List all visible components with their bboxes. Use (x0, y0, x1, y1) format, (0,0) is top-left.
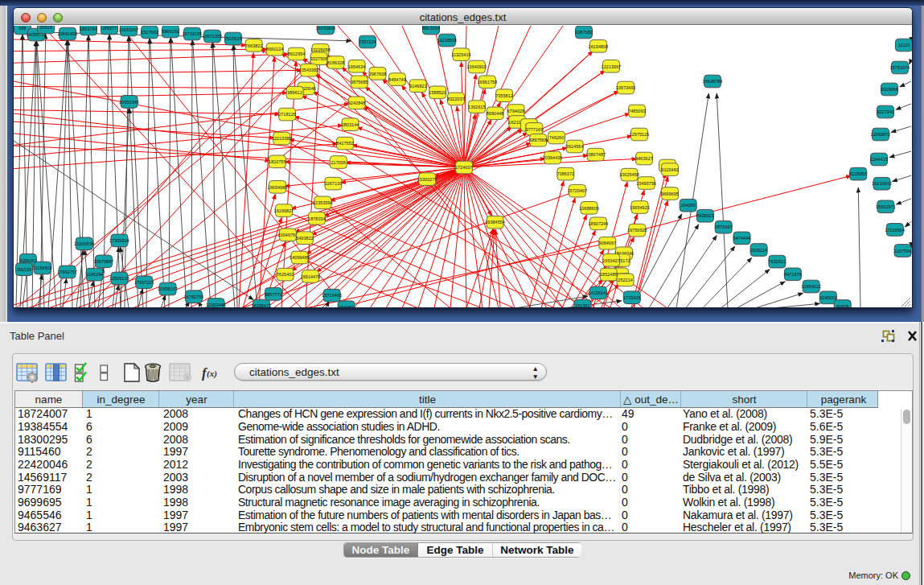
svg-text:9242848: 9242848 (348, 101, 366, 105)
svg-text:6897568: 6897568 (529, 138, 547, 142)
svg-text:19654985: 19654985 (268, 185, 288, 190)
svg-text:19654923: 19654923 (630, 205, 650, 210)
svg-text:19166827: 19166827 (274, 208, 294, 213)
svg-text:1954634: 1954634 (348, 64, 366, 69)
svg-text:7663822: 7663822 (245, 43, 263, 48)
svg-text:12213389: 12213389 (272, 136, 292, 141)
svg-text:6879197: 6879197 (715, 225, 733, 229)
svg-text:16961758: 16961758 (478, 80, 498, 84)
svg-text:12353594: 12353594 (313, 200, 333, 205)
svg-text:8186328: 8186328 (327, 60, 345, 65)
svg-text:8471676: 8471676 (784, 272, 802, 277)
svg-text:7632621: 7632621 (769, 259, 786, 264)
svg-text:7357224: 7357224 (359, 39, 376, 44)
svg-text:17942757: 17942757 (57, 270, 77, 274)
svg-text:8813054: 8813054 (422, 26, 440, 31)
svg-text:8215955: 8215955 (849, 171, 867, 176)
svg-text:16648784: 16648784 (703, 79, 723, 84)
svg-text:6966160: 6966160 (162, 29, 179, 34)
svg-text:1167534: 1167534 (894, 249, 911, 253)
svg-text:11156819: 11156819 (33, 266, 52, 270)
svg-text:19218506: 19218506 (437, 38, 458, 43)
svg-text:3875685: 3875685 (351, 80, 368, 84)
svg-text:18907249: 18907249 (589, 221, 609, 226)
svg-text:9777169: 9777169 (526, 127, 544, 132)
svg-text:2967608: 2967608 (369, 72, 387, 76)
svg-text:9115460: 9115460 (661, 167, 678, 172)
svg-text:15716485: 15716485 (322, 293, 342, 298)
svg-text:10688609: 10688609 (579, 206, 599, 211)
svg-text:2803144: 2803144 (342, 122, 359, 127)
svg-text:7625402: 7625402 (277, 272, 294, 277)
svg-text:9185061: 9185061 (19, 258, 37, 263)
svg-text:8454749: 8454749 (388, 77, 406, 82)
svg-text:9245652: 9245652 (819, 295, 837, 300)
svg-text:10807487: 10807487 (585, 152, 606, 157)
svg-text:15495756: 15495756 (636, 181, 656, 186)
svg-text:(x): (x) (207, 369, 217, 379)
svg-text:8912954: 8912954 (288, 51, 306, 56)
svg-text:3624554: 3624554 (566, 144, 584, 149)
svg-text:2718126: 2718126 (278, 112, 296, 117)
svg-text:6794028: 6794028 (507, 109, 525, 113)
svg-text:10543382: 10543382 (299, 68, 319, 72)
svg-text:19384554: 19384554 (485, 220, 505, 225)
svg-text:8938923: 8938923 (696, 213, 714, 218)
svg-text:16154808: 16154808 (589, 44, 609, 49)
svg-text:15720407: 15720407 (568, 188, 588, 193)
svg-text:164095: 164095 (680, 203, 696, 208)
svg-text:7386372: 7386372 (556, 171, 574, 176)
svg-text:9857771: 9857771 (265, 292, 282, 297)
svg-text:17359924: 17359924 (109, 238, 129, 243)
svg-text:1362615: 1362615 (468, 105, 486, 109)
svg-text:10973493: 10973493 (616, 85, 636, 90)
svg-text:10958137: 10958137 (158, 286, 178, 291)
svg-text:1588520: 1588520 (429, 90, 446, 95)
svg-text:13640910: 13640910 (467, 64, 487, 69)
svg-text:15751074: 15751074 (890, 65, 910, 70)
svg-text:9463627: 9463627 (635, 156, 653, 161)
svg-text:20364436: 20364436 (543, 155, 563, 160)
svg-text:1527602: 1527602 (141, 30, 158, 35)
svg-text:10046768: 10046768 (278, 233, 298, 237)
svg-text:8427552: 8427552 (336, 141, 354, 146)
svg-text:20518: 20518 (39, 26, 52, 30)
svg-text:19756928: 19756928 (627, 228, 647, 233)
svg-text:15692971: 15692971 (876, 204, 896, 209)
svg-text:11325419: 11325419 (451, 52, 470, 57)
svg-text:2935114: 2935114 (750, 248, 767, 253)
svg-text:9327506: 9327506 (310, 56, 328, 61)
svg-text:20691406: 20691406 (58, 31, 78, 36)
svg-text:10671355: 10671355 (203, 34, 223, 39)
svg-text:391159: 391159 (17, 267, 31, 272)
svg-text:15300275: 15300275 (417, 177, 437, 182)
svg-text:10653267: 10653267 (119, 27, 139, 32)
svg-text:20206536: 20206536 (74, 241, 94, 246)
svg-text:12505135: 12505135 (109, 276, 129, 281)
svg-text:9329966: 9329966 (881, 87, 898, 92)
svg-text:17957225: 17957225 (134, 280, 154, 285)
svg-text:12975125: 12975125 (630, 132, 650, 137)
svg-text:8660124: 8660124 (266, 47, 284, 51)
svg-text:11123: 11123 (898, 43, 910, 47)
svg-text:1724007: 1724007 (455, 165, 473, 170)
svg-text:1733426: 1733426 (623, 295, 641, 300)
svg-text:20053346: 20053346 (119, 100, 139, 105)
svg-text:3267130: 3267130 (325, 181, 343, 186)
svg-text:746266: 746266 (549, 135, 565, 140)
svg-text:12213967: 12213967 (602, 64, 622, 69)
svg-text:989612: 989612 (287, 90, 302, 95)
svg-text:12093872: 12093872 (871, 132, 891, 137)
svg-text:18295471: 18295471 (252, 303, 272, 308)
svg-text:217006: 217006 (331, 160, 347, 165)
svg-text:7355812: 7355812 (495, 93, 513, 98)
svg-text:1145194: 1145194 (86, 272, 103, 277)
svg-text:10025458: 10025458 (619, 172, 639, 177)
svg-text:8322037: 8322037 (447, 97, 465, 101)
svg-text:254082: 254082 (339, 305, 354, 308)
svg-text:7485063: 7485063 (628, 109, 646, 113)
svg-text:1878334: 1878334 (308, 216, 326, 221)
svg-text:16914479: 16914479 (301, 274, 321, 279)
svg-text:17016504: 17016504 (885, 228, 905, 233)
svg-text:5493822: 5493822 (296, 236, 314, 241)
